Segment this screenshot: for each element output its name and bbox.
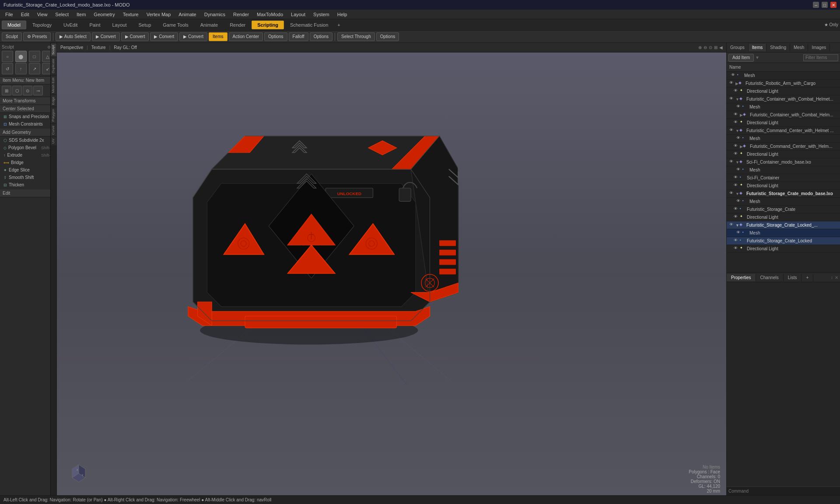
maximize-button[interactable]: □ xyxy=(822,2,828,8)
list-item[interactable]: 👁 ✦ Directional Light xyxy=(727,182,840,190)
mode-tab-paint[interactable]: Paint xyxy=(84,21,106,29)
mode-tab-scripting[interactable]: Scripting xyxy=(252,21,284,29)
vp-icon-3[interactable]: ⊙ xyxy=(709,45,712,50)
vtab-curve[interactable]: Curve xyxy=(51,123,56,136)
polygon-bevel-item[interactable]: ◇ Polygon Bevel Shift-B xyxy=(0,144,56,151)
list-item[interactable]: 👁 ✦ Directional Light xyxy=(727,214,840,221)
eye-icon[interactable]: 👁 xyxy=(729,222,735,228)
mode-tab-model[interactable]: Model xyxy=(2,21,26,29)
sculpt-tool-square[interactable]: □ xyxy=(29,51,40,62)
tab-add-panel[interactable]: + xyxy=(802,274,813,281)
mode-tab-gametools[interactable]: Game Tools xyxy=(157,21,194,29)
eye-icon[interactable]: 👁 xyxy=(736,136,742,142)
list-item-selected[interactable]: 👁 ▪ Futuristic_Storage_Crate_Locked xyxy=(727,237,840,245)
list-item[interactable]: 👁 ▶ ◈ Futuristic_Container_with_Combat_H… xyxy=(727,111,840,119)
expand-icon[interactable]: ▼ xyxy=(735,129,739,133)
sculpt-tool-up[interactable]: ↑ xyxy=(15,63,27,74)
mode-tab-animate[interactable]: Animate xyxy=(195,21,224,29)
small-tool-1[interactable]: ⊞ xyxy=(2,86,11,95)
list-item-selected[interactable]: 👁 ▼ ◈ Futuristic_Storage_Crate_Locked_..… xyxy=(727,221,840,229)
eye-icon[interactable]: 👁 xyxy=(731,73,737,79)
select-through-button[interactable]: Select Through xyxy=(337,32,375,41)
vtab-edge[interactable]: Edge xyxy=(51,94,56,107)
vtab-sculpt[interactable]: Sculpt xyxy=(51,43,56,56)
expand-icon[interactable]: ▶ xyxy=(740,144,743,149)
mode-tab-uvedit[interactable]: UvEdit xyxy=(58,21,83,29)
menu-item-layout[interactable]: Layout xyxy=(287,11,309,18)
tab-lists[interactable]: Lists xyxy=(784,274,802,281)
auto-select-button[interactable]: ▶ Auto Select xyxy=(56,32,90,41)
3d-viewport[interactable]: UNLOCKED xyxy=(57,52,726,495)
small-tool-4[interactable]: ⊸ xyxy=(33,86,43,95)
minimize-button[interactable]: – xyxy=(813,2,819,8)
eye-icon[interactable]: 👁 xyxy=(734,175,740,181)
sds-subdivide-item[interactable]: ⬡ SDS Subdivide 2x xyxy=(0,136,56,144)
menu-item-select[interactable]: Select xyxy=(52,11,72,18)
options-button-3[interactable]: Options xyxy=(376,32,399,41)
filter-items-input[interactable] xyxy=(803,54,838,61)
eye-icon[interactable]: 👁 xyxy=(734,144,740,150)
items-button[interactable]: Items xyxy=(209,32,227,41)
item-menu-dropdown[interactable]: Item Menu: New Item ▼ xyxy=(0,77,56,84)
eye-icon[interactable]: 👁 xyxy=(734,246,740,252)
bridge-item[interactable]: ⟺ Bridge xyxy=(0,159,56,166)
edit-section-dropdown[interactable]: Edit ▼ xyxy=(0,189,56,197)
add-geometry-dropdown[interactable]: Add Geometry ▼ xyxy=(0,129,56,136)
tab-items[interactable]: Items xyxy=(749,44,766,51)
tab-images[interactable]: Images xyxy=(808,44,830,51)
vp-icon-2[interactable]: ⊖ xyxy=(704,45,707,50)
convert-button-2[interactable]: ▶ Convert xyxy=(121,32,149,41)
list-item[interactable]: 👁 ▪ Sci-Fi_Container xyxy=(727,174,840,182)
eye-icon[interactable]: 👁 xyxy=(734,183,740,189)
expand-icon[interactable]: ▶ xyxy=(740,113,743,117)
list-item[interactable]: 👁 ▼ ◈ Sci-Fi_Container_modo_base.lxo xyxy=(727,158,840,166)
extrude-item[interactable]: ↑ Extrude Shift-E xyxy=(0,151,56,159)
eye-icon[interactable]: 👁 xyxy=(734,88,740,94)
list-item[interactable]: 👁 ▪ Mesh xyxy=(727,166,840,174)
list-item[interactable]: 👁 ▼ ◈ Futuristic_Storage_Crate_modo_base… xyxy=(727,190,840,198)
eye-icon[interactable]: 👁 xyxy=(729,191,735,197)
more-transforms-dropdown[interactable]: More Transforms ▼ xyxy=(0,97,56,105)
menu-item-dynamics[interactable]: Dynamics xyxy=(201,11,229,18)
center-selected-dropdown[interactable]: Center Selected ▼ xyxy=(0,105,56,113)
list-item[interactable]: 👁 ▪ Mesh xyxy=(727,72,840,80)
tab-channels[interactable]: Channels xyxy=(756,274,784,281)
list-item[interactable]: 👁 ✦ Directional Light xyxy=(727,245,840,253)
tab-shading[interactable]: Shading xyxy=(766,44,790,51)
sculpt-tool-rotate[interactable]: ↺ xyxy=(2,63,13,74)
list-item[interactable]: 👁 ▪ Mesh xyxy=(727,135,840,143)
add-item-arrow[interactable]: ▼ xyxy=(755,55,760,60)
convert-button-3[interactable]: ▶ Convert xyxy=(150,32,178,41)
list-item[interactable]: 👁 ▼ ◈ Futuristic_Command_Center_with_Hel… xyxy=(727,127,840,135)
action-center-button[interactable]: Action Center xyxy=(229,32,263,41)
eye-icon[interactable]: 👁 xyxy=(729,80,735,87)
eye-icon[interactable]: 👁 xyxy=(734,206,740,213)
menu-item-help[interactable]: Help xyxy=(334,11,351,18)
mode-tab-layout[interactable]: Layout xyxy=(107,21,133,29)
menu-item-system[interactable]: System xyxy=(310,11,333,18)
presets-button[interactable]: ⚙ Presets xyxy=(23,32,51,41)
convert-button-4[interactable]: ▶ Convert xyxy=(179,32,207,41)
tab-mesh[interactable]: Mesh xyxy=(790,44,808,51)
eye-icon[interactable]: 👁 xyxy=(736,104,742,110)
menu-item-animate[interactable]: Animate xyxy=(175,11,200,18)
menu-item-item[interactable]: Item xyxy=(73,11,89,18)
vtab-uv[interactable]: UV xyxy=(51,136,56,145)
list-item[interactable]: 👁 ▪ Mesh xyxy=(727,103,840,111)
vtab-mesh-edit[interactable]: Mesh Edit xyxy=(51,75,56,95)
list-item[interactable]: 👁 ▪ Futuristic_Storage_Crate xyxy=(727,206,840,214)
close-panel-icon[interactable]: ✕ xyxy=(835,275,838,280)
expand-panel-icon[interactable]: ↕ xyxy=(831,275,833,280)
list-item[interactable]: 👁 ✦ Directional Light xyxy=(727,119,840,127)
eye-icon[interactable]: 👁 xyxy=(736,167,742,173)
snaps-precision-item[interactable]: ⊞ Snaps and Precision xyxy=(0,113,56,120)
menu-item-vertex-map[interactable]: Vertex Map xyxy=(143,11,175,18)
command-input[interactable] xyxy=(728,489,838,494)
list-item[interactable]: 👁 ✦ Directional Light xyxy=(727,150,840,158)
tab-properties[interactable]: Properties xyxy=(727,274,756,281)
small-tool-2[interactable]: ⬡ xyxy=(12,86,22,95)
sculpt-tool-circle[interactable]: ○ xyxy=(2,51,13,62)
menu-item-edit[interactable]: Edit xyxy=(18,11,33,18)
options-button-1[interactable]: Options xyxy=(264,32,287,41)
vtab-duplicate[interactable]: Duplicate xyxy=(51,56,56,75)
